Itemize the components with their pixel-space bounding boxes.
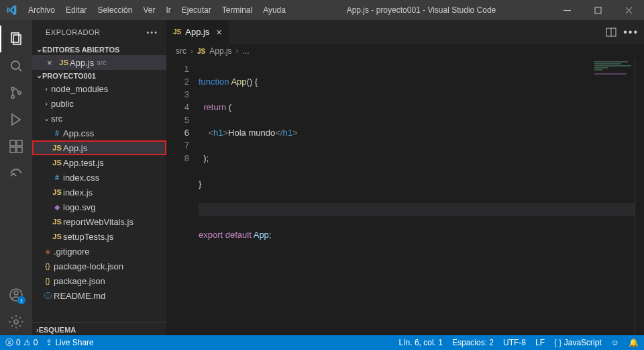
file-readme[interactable]: ⓘREADME.md [32, 288, 166, 303]
live-share-icon[interactable] [0, 160, 32, 187]
main-menu: Archivo Editar Selección Ver Ir Ejecutar… [23, 0, 291, 20]
feedback-icon[interactable]: ☺ [611, 338, 619, 347]
window-title: App.js - proyecto001 - Visual Studio Cod… [291, 5, 551, 15]
svg-rect-0 [564, 10, 571, 11]
source-control-icon[interactable] [0, 79, 32, 106]
scrollbar[interactable] [635, 58, 644, 335]
svg-point-4 [11, 61, 19, 69]
svg-rect-1 [595, 7, 601, 13]
search-icon[interactable] [0, 52, 32, 79]
file-logo-svg[interactable]: ◆logo.svg [32, 200, 166, 214]
menu-ver[interactable]: Ver [138, 0, 160, 20]
editor-tabs: JS App.js × ••• [166, 20, 644, 44]
status-encoding[interactable]: UTF-8 [503, 338, 526, 347]
menu-ejecutar[interactable]: Ejecutar [176, 0, 217, 20]
js-file-icon: JS [51, 232, 63, 240]
status-language[interactable]: { } JavaScript [554, 338, 602, 347]
code-content[interactable]: function App() { return ( <h1>Hola mundo… [199, 58, 644, 335]
js-file-icon: JS [51, 188, 63, 196]
vscode-logo-icon [0, 5, 23, 15]
menu-editar[interactable]: Editar [60, 0, 92, 20]
status-problems[interactable]: ⓧ0 ⚠0 [5, 337, 38, 349]
minimap[interactable] [594, 61, 635, 81]
json-file-icon: {} [42, 277, 54, 285]
status-cursor-pos[interactable]: Lín. 6, col. 1 [399, 338, 443, 347]
folder-src[interactable]: ⌄src [32, 111, 166, 126]
js-file-icon: JS [51, 159, 63, 167]
maximize-button[interactable] [582, 0, 613, 20]
close-editor-icon[interactable]: × [47, 58, 58, 68]
svg-rect-3 [13, 35, 21, 44]
bell-icon[interactable]: 🔔 [629, 338, 639, 347]
tab-label: App.js [185, 27, 209, 37]
js-file-icon: JS [51, 144, 63, 152]
breadcrumb-file[interactable]: App.js [209, 46, 231, 56]
svg-rect-10 [17, 147, 22, 152]
js-file-icon: JS [197, 48, 205, 55]
svg-file-icon: ◆ [51, 203, 63, 212]
breadcrumb-src[interactable]: src [176, 46, 186, 56]
breadcrumb-more[interactable]: ... [243, 46, 250, 56]
outline-header[interactable]: ›ESQUEMA [32, 322, 166, 335]
menu-seleccion[interactable]: Selección [92, 0, 138, 20]
file-app-js[interactable]: JSApp.js [32, 140, 166, 155]
chevron-right-icon: › [236, 46, 239, 56]
explorer-more-icon[interactable]: ••• [146, 28, 158, 36]
status-live-share[interactable]: ⇪Live Share [46, 338, 93, 347]
editor-more-icon[interactable]: ••• [623, 26, 639, 38]
folder-node-modules[interactable]: ›node_modules [32, 81, 166, 96]
tab-app-js[interactable]: JS App.js × [166, 20, 229, 44]
svg-point-5 [11, 87, 14, 90]
split-editor-icon[interactable] [606, 27, 616, 38]
css-file-icon: # [51, 129, 63, 137]
editor-area: JS App.js × ••• src › JS App.js › ... 12… [166, 20, 644, 335]
file-setup-tests[interactable]: JSsetupTests.js [32, 229, 166, 244]
file-package-json[interactable]: {}package.json [32, 273, 166, 288]
svg-rect-2 [11, 33, 19, 42]
svg-rect-8 [10, 140, 15, 146]
run-debug-icon[interactable] [0, 106, 32, 133]
explorer-icon[interactable] [0, 26, 32, 52]
explorer-panel: EXPLORADOR ••• ⌄EDITORES ABIERTOS × JS A… [32, 20, 166, 335]
status-indent[interactable]: Espacios: 2 [452, 338, 494, 347]
file-package-lock[interactable]: {}package-lock.json [32, 259, 166, 273]
accounts-icon[interactable]: 1 [0, 281, 32, 308]
extensions-icon[interactable] [0, 133, 32, 160]
project-header[interactable]: ⌄PROYECTO001 [32, 70, 166, 81]
file-index-css[interactable]: #index.css [32, 170, 166, 185]
open-editor-item[interactable]: × JS App.js src [32, 55, 166, 70]
open-editor-dir: src [97, 58, 107, 67]
menu-ir[interactable]: Ir [160, 0, 176, 20]
close-button[interactable] [613, 0, 644, 20]
json-file-icon: {} [42, 262, 54, 270]
breadcrumbs[interactable]: src › JS App.js › ... [166, 44, 644, 58]
file-app-test[interactable]: JSApp.test.js [32, 155, 166, 170]
live-share-icon: ⇪ [46, 338, 52, 347]
git-file-icon: ◈ [42, 247, 54, 256]
menu-ayuda[interactable]: Ayuda [258, 0, 291, 20]
js-file-icon: JS [173, 28, 181, 36]
folder-public[interactable]: ›public [32, 96, 166, 111]
open-editor-label: App.js [70, 58, 94, 68]
menu-terminal[interactable]: Terminal [217, 0, 258, 20]
file-gitignore[interactable]: ◈.gitignore [32, 244, 166, 259]
svg-point-13 [14, 291, 18, 295]
js-file-icon: JS [58, 58, 70, 67]
file-app-css[interactable]: #App.css [32, 126, 166, 140]
accounts-badge: 1 [17, 296, 25, 304]
svg-rect-11 [17, 140, 22, 146]
tab-close-icon[interactable]: × [216, 27, 221, 38]
open-editors-header[interactable]: ⌄EDITORES ABIERTOS [32, 44, 166, 55]
code-editor[interactable]: 12345678 function App() { return ( <h1>H… [166, 58, 644, 335]
css-file-icon: # [51, 173, 63, 181]
file-index-js[interactable]: JSindex.js [32, 185, 166, 200]
menu-archivo[interactable]: Archivo [23, 0, 60, 20]
minimize-button[interactable] [551, 0, 582, 20]
file-report-web-vitals[interactable]: JSreportWebVitals.js [32, 214, 166, 229]
svg-rect-9 [10, 147, 15, 152]
chevron-right-icon: › [191, 46, 193, 56]
activity-bar: 1 [0, 20, 32, 335]
status-bar: ⓧ0 ⚠0 ⇪Live Share Lín. 6, col. 1 Espacio… [0, 335, 644, 350]
settings-gear-icon[interactable] [0, 308, 32, 335]
status-eol[interactable]: LF [535, 338, 545, 347]
